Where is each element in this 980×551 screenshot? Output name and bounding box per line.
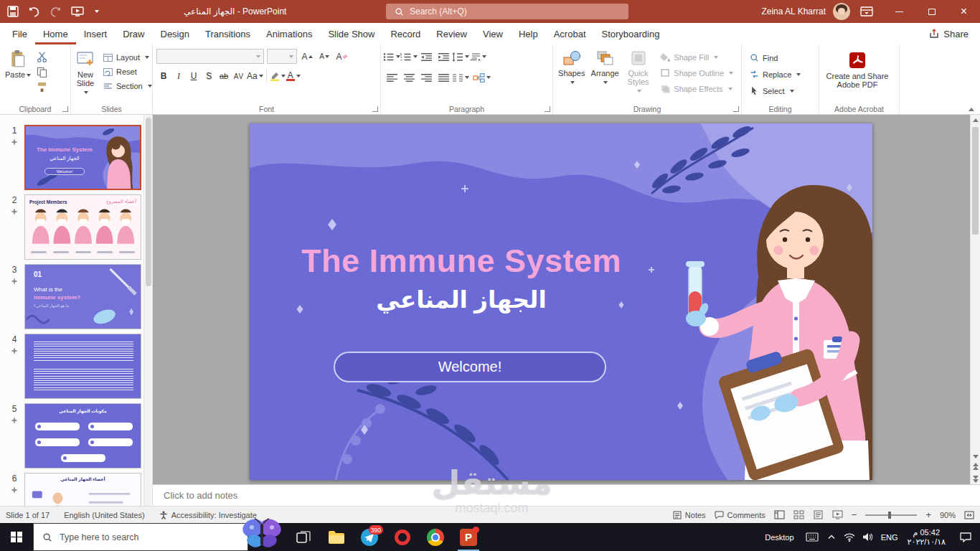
normal-view-button[interactable] xyxy=(774,510,785,519)
tab-home[interactable]: Home xyxy=(35,23,76,44)
reading-view-button[interactable] xyxy=(813,510,824,519)
opera-button[interactable] xyxy=(386,523,419,551)
font-name-combo[interactable] xyxy=(156,49,264,64)
hidden-icons-button[interactable] xyxy=(823,523,840,551)
redo-icon[interactable] xyxy=(50,6,62,17)
new-slide-button[interactable]: New Slide xyxy=(73,47,98,98)
clear-formatting-button[interactable]: A xyxy=(334,50,349,64)
layout-button[interactable]: Layout xyxy=(100,52,155,63)
vertical-scrollbar[interactable] xyxy=(970,115,980,484)
find-button[interactable]: Find xyxy=(747,52,814,64)
arrange-button[interactable]: Arrange xyxy=(588,47,622,88)
bold-button[interactable]: B xyxy=(156,69,171,83)
create-pdf-button[interactable]: Create and Share Adobe PDF xyxy=(821,47,893,91)
zoom-in-button[interactable]: + xyxy=(925,509,931,520)
tab-design[interactable]: Design xyxy=(153,23,197,44)
tab-help[interactable]: Help xyxy=(511,23,546,44)
font-size-combo[interactable] xyxy=(267,49,297,64)
strikethrough-button[interactable]: ab xyxy=(217,69,231,83)
zoom-out-button[interactable]: − xyxy=(852,509,857,520)
font-dialog-launcher[interactable] xyxy=(372,106,378,112)
ribbon-display-options-icon[interactable] xyxy=(860,6,873,17)
shape-outline-button[interactable]: Shape Outline xyxy=(657,67,736,79)
increase-indent-button[interactable] xyxy=(435,49,452,65)
start-presentation-icon[interactable] xyxy=(71,6,84,17)
collapse-ribbon-button[interactable] xyxy=(969,108,974,111)
titlebar-search[interactable]: Search (Alt+Q) xyxy=(386,4,628,19)
shape-effects-button[interactable]: Shape Effects xyxy=(657,83,736,95)
powerpoint-button[interactable]: P xyxy=(452,523,485,551)
language-indicator[interactable]: ENG xyxy=(877,523,902,551)
scrollbar-thumb[interactable] xyxy=(972,127,979,235)
desktop-toolbar[interactable]: Desktop xyxy=(758,523,801,551)
chrome-button[interactable] xyxy=(419,523,452,551)
tab-record[interactable]: Record xyxy=(382,23,428,44)
save-icon[interactable] xyxy=(7,6,19,17)
shapes-button[interactable]: Shapes xyxy=(555,47,588,88)
slide-thumbnail-3[interactable]: 01 What is the immune system? ما هو الجه… xyxy=(24,264,141,329)
text-highlight-button[interactable] xyxy=(270,69,286,83)
change-case-button[interactable]: Aa xyxy=(247,69,263,83)
notes-toggle[interactable]: Notes xyxy=(673,511,706,519)
slide-thumbnail-5[interactable]: مكونات الجهاز المناعي xyxy=(24,403,141,468)
align-left-button[interactable] xyxy=(383,70,400,85)
panel-scrollbar-thumb[interactable] xyxy=(146,118,151,286)
tab-animations[interactable]: Animations xyxy=(258,23,320,44)
maximize-button[interactable] xyxy=(915,0,948,23)
network-button[interactable] xyxy=(840,523,859,551)
fit-to-window-button[interactable] xyxy=(964,511,974,519)
language-selector[interactable]: English (United States) xyxy=(64,511,145,519)
slide-editor[interactable]: The Immune System الجهاز المناعي Welcome… xyxy=(250,123,872,480)
align-right-button[interactable] xyxy=(418,70,435,85)
customize-quick-access-icon[interactable] xyxy=(95,10,99,13)
undo-icon[interactable] xyxy=(28,6,40,17)
decrease-indent-button[interactable] xyxy=(418,49,435,65)
user-avatar[interactable] xyxy=(833,3,850,20)
select-button[interactable]: Select xyxy=(747,85,814,97)
quick-styles-button[interactable]: Quick Styles xyxy=(622,47,655,97)
notes-pane[interactable]: Click to add notes xyxy=(153,484,980,506)
taskbar-search[interactable]: Type here to search xyxy=(33,523,248,551)
bullets-button[interactable] xyxy=(383,49,400,65)
volume-button[interactable] xyxy=(859,523,877,551)
columns-button[interactable] xyxy=(452,70,469,85)
slideshow-view-button[interactable] xyxy=(832,510,843,519)
reset-button[interactable]: Reset xyxy=(100,66,155,77)
paste-button[interactable]: Paste xyxy=(2,47,34,81)
align-center-button[interactable] xyxy=(400,70,418,85)
underline-button[interactable]: U xyxy=(187,69,201,83)
slide-subtitle[interactable]: الجهاز المناعي xyxy=(278,286,644,314)
previous-slide-button[interactable] xyxy=(971,463,980,470)
decrease-font-size-button[interactable]: A xyxy=(317,50,331,64)
slide-thumbnail-6[interactable]: أعضاء الجهاز المناعي xyxy=(24,473,141,506)
scroll-down-button[interactable] xyxy=(971,451,980,458)
action-center-button[interactable] xyxy=(951,523,980,551)
welcome-button[interactable]: Welcome! xyxy=(334,352,606,382)
font-color-button[interactable]: A xyxy=(286,69,301,83)
slide-title[interactable]: The Immune System xyxy=(278,242,644,280)
copy-icon[interactable] xyxy=(37,67,47,77)
cut-icon[interactable] xyxy=(37,52,47,62)
drawing-dialog-launcher[interactable] xyxy=(733,106,739,112)
increase-font-size-button[interactable]: A xyxy=(300,50,314,64)
touch-keyboard-button[interactable] xyxy=(801,523,823,551)
close-button[interactable]: × xyxy=(948,0,980,23)
comments-toggle[interactable]: Comments xyxy=(715,511,765,519)
zoom-level[interactable]: 90% xyxy=(940,511,956,519)
share-button[interactable]: Share xyxy=(929,26,969,42)
clipboard-dialog-launcher[interactable] xyxy=(62,106,68,112)
tab-acrobat[interactable]: Acrobat xyxy=(546,23,594,44)
tab-storyboarding[interactable]: Storyboarding xyxy=(594,23,668,44)
start-button[interactable] xyxy=(0,523,33,551)
slide-thumbnail-4[interactable] xyxy=(24,334,141,399)
text-direction-button[interactable] xyxy=(469,49,486,65)
tab-file[interactable]: File xyxy=(4,23,35,44)
tab-review[interactable]: Review xyxy=(428,23,475,44)
section-button[interactable]: Section xyxy=(100,80,155,92)
panel-scrollbar[interactable] xyxy=(143,115,152,506)
zoom-slider-thumb[interactable] xyxy=(888,512,891,519)
tab-transitions[interactable]: Transitions xyxy=(197,23,258,44)
format-painter-icon[interactable] xyxy=(37,82,47,93)
replace-button[interactable]: Replace xyxy=(747,68,814,80)
tab-slide-show[interactable]: Slide Show xyxy=(320,23,382,44)
